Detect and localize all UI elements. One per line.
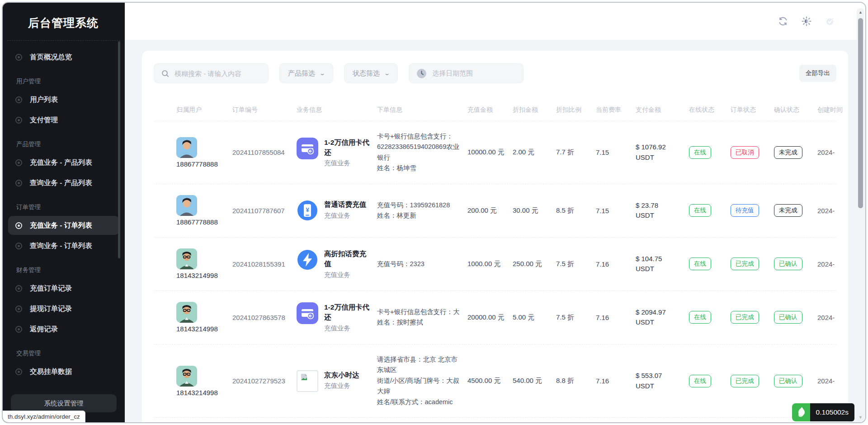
fuzzy-search-box[interactable]: [154, 63, 269, 83]
recharge-amount: 10000.00 元: [467, 148, 513, 157]
confirm-status-badge[interactable]: 已确认: [774, 375, 802, 387]
export-all-button[interactable]: 全部导出: [799, 65, 836, 82]
order-number: 20241027279523: [232, 377, 297, 385]
order-info-line: 卡号+银行信息包含支行：6228233865194020869农业银行: [377, 131, 463, 163]
sidebar-item[interactable]: 返佣记录: [8, 320, 119, 339]
confirm-status-badge[interactable]: 未完成: [774, 146, 802, 159]
scroll-up-arrow[interactable]: ▲: [857, 10, 864, 14]
order-number: 20241028155391: [232, 260, 297, 268]
owner-user-cell: 18867778888: [176, 195, 232, 226]
table-row: 1814321499820241027279523京东小时达充值业务请选择省市县…: [154, 344, 836, 418]
online-status-badge[interactable]: 在线: [689, 311, 711, 324]
pay-currency: USDT: [636, 317, 684, 328]
search-input[interactable]: [175, 70, 264, 77]
bullseye-icon: [15, 285, 22, 292]
product-text: 1-2万信用卡代还充值业务: [324, 302, 373, 333]
business-info-cell: 1-2万信用卡代还充值业务: [297, 138, 377, 168]
order-status-badge-cell: 已完成: [731, 311, 774, 324]
svg-text:¥: ¥: [306, 206, 309, 213]
order-status-badge[interactable]: 已完成: [731, 311, 759, 324]
status-filter-dropdown[interactable]: 状态筛选 ⌄: [344, 63, 398, 83]
bullseye-icon: [15, 117, 22, 124]
owner-user-cell: 18867778888: [176, 137, 232, 168]
online-status-badge[interactable]: 在线: [689, 375, 711, 387]
pay-currency: USDT: [636, 264, 684, 274]
user-phone: 18143214998: [176, 389, 218, 396]
pay-amount: $ 2094.97: [636, 307, 684, 318]
business-info-cell: 1-2万信用卡代还充值业务: [297, 302, 377, 333]
online-status-badge-cell: 在线: [689, 258, 731, 270]
sidebar-section-label: 订单管理: [3, 203, 125, 211]
sidebar-item-label: 充值业务 - 订单列表: [30, 221, 92, 230]
created-time: 2024-: [817, 207, 848, 215]
sidebar-item[interactable]: 充值业务 - 订单列表: [8, 216, 119, 235]
online-status-badge[interactable]: 在线: [689, 204, 711, 217]
scroll-down-arrow[interactable]: ▼: [857, 415, 864, 420]
bullseye-icon: [15, 243, 22, 249]
column-header: 订单编号: [232, 106, 297, 114]
sidebar-item[interactable]: 用户列表: [8, 90, 119, 109]
sidebar-scrollbar[interactable]: [118, 41, 120, 258]
product-filter-dropdown[interactable]: 产品筛选 ⌄: [279, 63, 333, 83]
avatar: [176, 195, 197, 216]
table-row: 1814321499820241028155391高折扣话费充值充值业务充值号码…: [154, 238, 836, 291]
sidebar-item[interactable]: 充值订单记录: [8, 279, 119, 298]
sidebar-divider: [7, 40, 120, 41]
clear-check-icon[interactable]: [825, 16, 835, 27]
confirm-status-badge-cell: 已确认: [774, 258, 817, 270]
online-status-badge-cell: 在线: [689, 311, 731, 324]
status-filter-label: 状态筛选: [353, 69, 380, 78]
order-status-badge[interactable]: 已完成: [731, 258, 759, 270]
sidebar-item[interactable]: 交易挂单数据: [8, 362, 119, 381]
column-header: 订单状态: [731, 106, 774, 114]
table-row: 18143214998202410278635781-2万信用卡代还充值业务卡号…: [154, 291, 836, 344]
topbar: [125, 3, 865, 40]
sidebar-item[interactable]: 充值业务 - 产品列表: [8, 153, 119, 172]
sidebar-section-label: 财务管理: [3, 266, 125, 274]
avatar: [176, 366, 197, 387]
theme-sun-icon[interactable]: [801, 16, 812, 27]
sidebar-item[interactable]: 提现订单记录: [8, 299, 119, 318]
product-category: 充值业务: [324, 382, 359, 390]
column-header: 确认状态: [774, 106, 817, 114]
business-info-cell: 高折扣话费充值充值业务: [297, 249, 377, 279]
recharge-amount: 1000.00 元: [467, 260, 513, 268]
scrollbar-thumb[interactable]: [858, 18, 863, 208]
owner-user-cell: 18143214998: [176, 366, 232, 396]
order-number: 20241027863578: [232, 314, 297, 321]
online-status-badge[interactable]: 在线: [689, 258, 711, 270]
phone-cny-icon: ¥: [297, 200, 318, 221]
recharge-amount: 20000.00 元: [467, 313, 513, 322]
load-time-value: 0.105002s: [810, 403, 854, 421]
order-status-badge[interactable]: 已完成: [731, 375, 759, 387]
product-category: 充值业务: [324, 159, 373, 167]
online-status-badge[interactable]: 在线: [689, 146, 711, 159]
devtools-plugin-icon[interactable]: [792, 403, 810, 421]
order-info-line: 姓名：林更新: [377, 210, 463, 221]
order-status-badge[interactable]: 已取消: [731, 146, 759, 159]
bolt-icon: [297, 249, 318, 271]
pay-currency: USDT: [636, 381, 684, 392]
date-range-picker[interactable]: 选择日期范围: [409, 63, 524, 83]
order-status-badge[interactable]: 待充值: [731, 204, 759, 217]
order-info-cell: 充值号码：13959261828姓名：林更新: [377, 200, 467, 221]
system-settings-button[interactable]: 系统设置管理: [11, 394, 117, 412]
confirm-status-badge[interactable]: 已确认: [774, 311, 802, 324]
pay-amount: $ 104.75: [636, 254, 684, 264]
confirm-status-badge[interactable]: 未完成: [774, 204, 802, 217]
sidebar-item[interactable]: 支付管理: [8, 110, 119, 129]
business-info-cell: 京东小时达充值业务: [297, 370, 377, 392]
column-header: 支付金额: [636, 106, 689, 114]
confirm-status-badge[interactable]: 已确认: [774, 258, 802, 270]
avatar: [176, 137, 197, 158]
sidebar-item[interactable]: 首页概况总览: [8, 48, 119, 67]
refresh-icon[interactable]: [778, 16, 788, 27]
sidebar-item[interactable]: 查询业务 - 订单列表: [8, 236, 119, 255]
orders-card: 产品筛选 ⌄ 状态筛选 ⌄ 选择: [142, 51, 848, 422]
order-info-line: 街道/小区/商场门牌号：大叔大婶: [377, 376, 463, 397]
order-info-cell: 请选择省市县：北京 北京市 东城区街道/小区/商场门牌号：大叔大婶姓名/联系方式…: [377, 354, 467, 407]
page-scrollbar[interactable]: ▲ ▼: [857, 8, 864, 421]
sidebar-item[interactable]: 查询业务 - 产品列表: [8, 173, 119, 192]
pay-currency: USDT: [636, 210, 684, 221]
bullseye-icon: [15, 326, 22, 333]
